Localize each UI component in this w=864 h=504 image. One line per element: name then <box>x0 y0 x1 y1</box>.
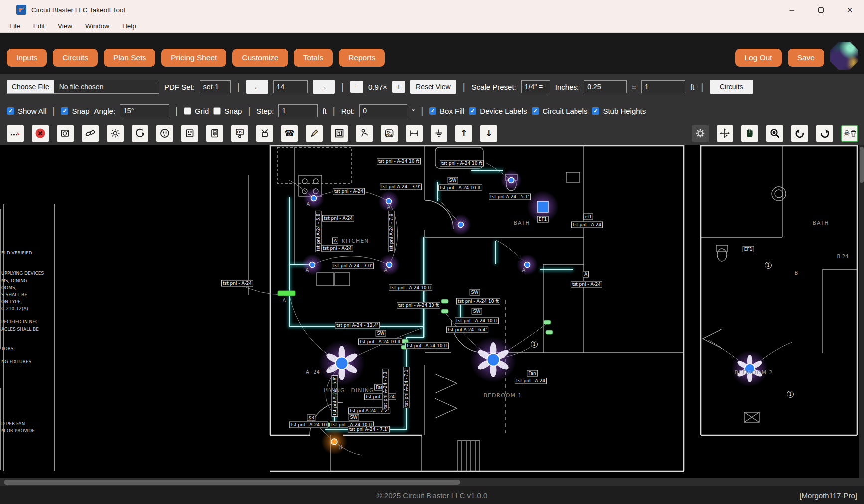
tool-delete-button[interactable] <box>32 125 49 142</box>
box-fill-checkbox[interactable] <box>429 107 436 115</box>
tool-pull-box-button[interactable]: PULL <box>381 125 398 142</box>
menu-file[interactable]: File <box>3 22 27 30</box>
show-all-checkbox[interactable] <box>7 107 14 115</box>
angle-input[interactable] <box>120 104 169 117</box>
plan-device-label[interactable]: tst pnl - A-24 <box>221 280 253 287</box>
plan-device-label[interactable]: tst pnl - A-24 10 ft <box>389 285 432 291</box>
file-input[interactable]: Choose File No file chosen <box>7 80 159 94</box>
tool-link-button[interactable] <box>82 125 99 142</box>
plan-device-label[interactable]: Fan <box>527 370 538 377</box>
scale-preset-select[interactable] <box>521 80 550 93</box>
zoom-out-button[interactable]: − <box>350 81 363 93</box>
plan-device-label[interactable]: tst pnl A-24 - 12.4' <box>335 322 380 329</box>
minimize-button[interactable]: ─ <box>777 0 806 20</box>
plan-device-label[interactable]: tst pnl A-24 - 7.0' <box>332 263 374 269</box>
plan-device-label[interactable]: A <box>332 238 338 244</box>
plan-device-label[interactable]: tst pnl - A-24 10 <box>289 422 328 428</box>
close-button[interactable]: × <box>835 0 864 20</box>
plan-device-label[interactable]: tst pnl - A-24 10 ft <box>440 160 484 167</box>
plan-device-label[interactable]: tst pnl A-24 - 7.9' <box>388 211 395 252</box>
step-input[interactable] <box>278 104 318 117</box>
plan-device-label[interactable]: tst pnl A-24 - 7.3' <box>382 369 389 410</box>
nav-customize-button[interactable]: Customize <box>232 49 288 67</box>
tool-settings-button[interactable] <box>692 125 709 142</box>
menu-edit[interactable]: Edit <box>27 22 51 30</box>
plan-device-label[interactable]: tst pnl - A-24 <box>333 188 365 195</box>
tool-redo-button[interactable] <box>816 125 833 142</box>
tool-light-button[interactable] <box>107 125 124 142</box>
choose-file-button[interactable]: Choose File <box>7 80 54 93</box>
avatar[interactable] <box>830 42 858 70</box>
circuits-toggle-button[interactable]: Circuits <box>710 80 753 94</box>
plan-device-label[interactable]: tst pnl - A-24 10 ft <box>377 158 421 165</box>
horizontal-scrollbar[interactable] <box>0 478 864 486</box>
tool-junction-box-button[interactable] <box>57 125 74 142</box>
plan-device-label[interactable]: tst pnl - A-24 <box>515 378 547 384</box>
tool-measure-button[interactable] <box>7 125 24 142</box>
save-button[interactable]: Save <box>788 49 824 67</box>
tool-phone-outlet-button[interactable]: ☎ <box>281 125 298 142</box>
tool-zoom-button[interactable] <box>766 125 783 142</box>
plan-circuit-marker[interactable]: 1 <box>531 341 538 348</box>
plan-device-label[interactable]: tst pnl A-24 - 5.8' <box>332 375 338 417</box>
nav-circuits-button[interactable]: Circuits <box>53 49 98 67</box>
plan-device-label[interactable]: tst pnl - A-24 <box>322 215 354 222</box>
plan-device-label[interactable]: tst pnl - A-24 10 ft <box>397 302 440 309</box>
plan-device-label[interactable]: tst pnl - A-24 <box>571 281 602 288</box>
plan-device-label[interactable]: tst pnl A-24 - 3.9' <box>380 184 422 190</box>
tool-receptacle-button[interactable] <box>156 125 173 142</box>
plan-device-label[interactable]: tst pnl A-24 - 5.8' <box>315 211 322 252</box>
tool-lower-button[interactable]: ↓ <box>480 125 497 142</box>
tool-panel-face-button[interactable] <box>181 125 198 142</box>
next-page-button[interactable]: → <box>313 80 335 94</box>
stub-heights-checkbox[interactable] <box>592 107 599 115</box>
nav-reports-button[interactable]: Reports <box>339 49 385 67</box>
tool-purge-button[interactable]: ☠ <box>841 125 858 142</box>
tool-subpanel-button[interactable] <box>331 125 348 142</box>
plan-device-label[interactable]: tst pnl - A-24 10 ft <box>456 298 500 305</box>
reset-view-button[interactable]: Reset View <box>410 80 456 94</box>
tool-pencil-button[interactable] <box>306 125 323 142</box>
plan-device-label[interactable]: tst pnl A-24 - 6.4' <box>446 327 488 333</box>
nav-pricing-sheet-button[interactable]: Pricing Sheet <box>161 49 226 67</box>
tool-tv-outlet-button[interactable] <box>256 125 273 142</box>
plan-device-label[interactable]: EF1 <box>743 246 754 252</box>
tool-figure-button[interactable] <box>356 125 373 142</box>
plan-device-label[interactable]: $3 <box>307 415 315 421</box>
tool-undo-button[interactable] <box>791 125 808 142</box>
log-out-button[interactable]: Log Out <box>735 49 782 67</box>
plan-device-label[interactable]: tst pnl - A-24 10 ft <box>405 343 449 349</box>
page-number-input[interactable] <box>273 80 308 93</box>
plan-device-label[interactable]: tst pnl - A-24 <box>321 245 353 252</box>
zoom-in-button[interactable]: + <box>392 81 405 93</box>
snap-checkbox[interactable] <box>61 107 68 115</box>
plan-device-label[interactable]: tst pnl - A-24 10 ft <box>455 318 499 324</box>
tool-move-button[interactable] <box>717 125 733 142</box>
plan-device-label[interactable]: SW <box>376 330 386 337</box>
nav-totals-button[interactable]: Totals <box>294 49 333 67</box>
plan-circuit-marker[interactable]: 1 <box>787 391 794 398</box>
grid-snap-checkbox[interactable] <box>213 107 221 115</box>
plan-device-label[interactable]: SW <box>470 289 480 296</box>
plan-canvas[interactable]: tst pnl - A-24 10 fttst pnl - A-24 10 ft… <box>0 145 864 478</box>
plan-device-label[interactable]: tst pnl A-24 - 7.1' <box>348 426 390 433</box>
plan-circuit-marker[interactable]: 1 <box>765 262 772 269</box>
plan-device-label[interactable]: tst pnl - A-24 <box>571 222 603 228</box>
horizontal-scrollbar-thumb[interactable] <box>4 480 460 485</box>
nav-inputs-button[interactable]: Inputs <box>7 49 47 67</box>
nav-plan-sets-button[interactable]: Plan Sets <box>104 49 155 67</box>
menu-help[interactable]: Help <box>116 22 143 30</box>
tool-pan-button[interactable] <box>741 125 758 142</box>
vertical-scrollbar[interactable] <box>859 145 864 478</box>
tool-dimension-button[interactable] <box>406 125 423 142</box>
plan-device-label[interactable]: EF1 <box>537 216 549 223</box>
pdf-set-input[interactable] <box>200 80 231 93</box>
tool-occupancy-sensor-button[interactable]: OS <box>231 125 248 142</box>
feet-input[interactable] <box>641 80 685 93</box>
circuit-labels-checkbox[interactable] <box>532 107 539 115</box>
plan-device-label[interactable]: tst pnl - A-24 10 ft <box>358 339 402 345</box>
device-labels-checkbox[interactable] <box>469 107 476 115</box>
vertical-scrollbar-thumb[interactable] <box>860 147 864 183</box>
tool-raise-button[interactable]: ↑ <box>455 125 472 142</box>
plan-device-label[interactable]: SW <box>448 177 458 184</box>
